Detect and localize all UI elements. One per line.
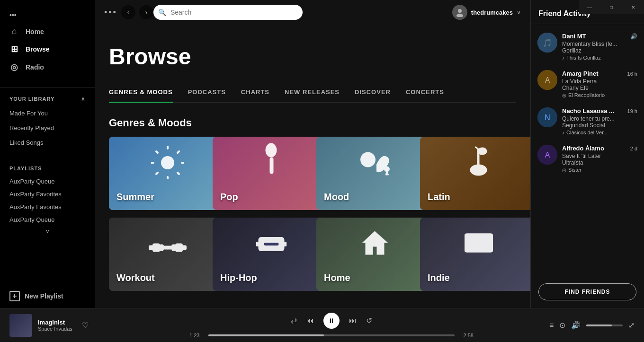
play-pause-icon: ⏸ bbox=[328, 317, 335, 324]
library-collapse-icon[interactable]: ∧ bbox=[81, 96, 85, 102]
svg-line-7 bbox=[156, 151, 158, 153]
svg-line-8 bbox=[178, 173, 179, 174]
svg-text:A: A bbox=[545, 76, 550, 84]
svg-rect-24 bbox=[152, 244, 160, 252]
menu-dots[interactable]: ••• bbox=[0, 8, 95, 23]
svg-point-17 bbox=[470, 164, 487, 175]
svg-rect-27 bbox=[182, 246, 187, 250]
friend-name-amarg-pinet: Amarg Pinet bbox=[562, 70, 599, 77]
genre-card-latin[interactable]: Latin bbox=[420, 137, 530, 210]
friend-item-amarg-pinet: A Amarg Pinet 16 h La Vida Perra Charly … bbox=[531, 65, 644, 103]
user-avatar bbox=[452, 5, 467, 20]
svg-point-2 bbox=[161, 156, 174, 169]
svg-point-0 bbox=[458, 9, 462, 13]
friend-item-nacho-lasaosa: N Nacho Lasaosa ... 19 h Quiero tener tu… bbox=[531, 103, 644, 140]
next-button[interactable]: ⏭ bbox=[349, 316, 357, 325]
svg-point-13 bbox=[360, 152, 376, 167]
genre-card-home[interactable]: Home bbox=[316, 218, 434, 291]
search-input[interactable] bbox=[153, 5, 303, 20]
new-playlist-icon: + bbox=[9, 291, 20, 301]
browse-tabs: GENRES & MOODS PODCASTS CHARTS NEW RELEA… bbox=[109, 84, 516, 103]
friend-playlist-dani-mt: This Is Gorillaz bbox=[566, 55, 601, 61]
friend-time-amarg-pinet: 16 h bbox=[627, 71, 637, 77]
back-button[interactable]: ‹ bbox=[121, 5, 135, 19]
queue-button[interactable]: ≡ bbox=[549, 321, 554, 330]
nav-arrows: ‹ › bbox=[121, 5, 153, 19]
shuffle-button[interactable]: ⇄ bbox=[291, 316, 297, 325]
friend-item-alfredo-alamo: A Alfredo Álamo 2 d Save It 'til Later U… bbox=[531, 140, 644, 177]
current-time: 1:23 bbox=[189, 333, 204, 338]
friend-playlist-nacho-lasaosa: Clásicos del Ver... bbox=[566, 130, 608, 135]
playlist-item-1[interactable]: AuxParty Favorites bbox=[9, 188, 85, 201]
friend-song-nacho-lasaosa: Quiero tener tu pre... bbox=[562, 115, 637, 122]
friend-activity-panel: Friend Activity 🎵 Dani MT 🔊 Momentary Bl… bbox=[530, 0, 644, 308]
library-item-made-for-you[interactable]: Made For You bbox=[0, 106, 95, 121]
sidebar-item-home[interactable]: ⌂ Home bbox=[0, 23, 95, 40]
svg-point-19 bbox=[478, 147, 487, 155]
sidebar-item-radio-label: Radio bbox=[26, 63, 44, 71]
maximize-button[interactable]: □ bbox=[600, 0, 622, 14]
friend-artist-amarg-pinet: Charly Efe bbox=[562, 85, 637, 91]
play-pause-button[interactable]: ⏸ bbox=[323, 313, 340, 329]
friend-avatar-alfredo-alamo: A bbox=[537, 145, 557, 165]
dots-icon: ••• bbox=[9, 11, 17, 19]
genre-card-mood[interactable]: Mood bbox=[316, 137, 434, 210]
volume-bar[interactable] bbox=[586, 324, 623, 326]
friend-song-alfredo-alamo: Save It 'til Later bbox=[562, 153, 637, 159]
tab-discover[interactable]: DISCOVER bbox=[355, 84, 391, 102]
volume-fill bbox=[586, 324, 612, 326]
svg-rect-40 bbox=[484, 237, 490, 248]
radio-icon: ◎ bbox=[9, 62, 19, 72]
menu-dots-icon[interactable]: ••• bbox=[104, 8, 117, 18]
player-album-art bbox=[9, 314, 32, 337]
sidebar-item-radio[interactable]: ◎ Radio bbox=[0, 58, 95, 76]
player-track-details: Imaginist Space Invadas bbox=[38, 319, 72, 332]
new-playlist-label: New Playlist bbox=[25, 292, 63, 300]
repeat-button[interactable]: ↺ bbox=[366, 316, 372, 325]
tab-podcasts[interactable]: PODCASTS bbox=[188, 84, 226, 102]
tab-concerts[interactable]: CONCERTS bbox=[406, 84, 444, 102]
sidebar-item-home-label: Home bbox=[26, 28, 44, 35]
sidebar-item-browse[interactable]: ⊞ Browse bbox=[0, 40, 95, 58]
library-item-liked-songs[interactable]: Liked Songs bbox=[0, 135, 95, 150]
find-friends-button[interactable]: FIND FRIENDS bbox=[538, 283, 636, 300]
genre-card-hiphop[interactable]: Hip-Hop bbox=[213, 218, 330, 291]
library-item-recently-played[interactable]: Recently Played bbox=[0, 121, 95, 135]
genre-card-workout[interactable]: Workout bbox=[109, 218, 226, 291]
user-area[interactable]: thedrumcakes ∨ bbox=[452, 5, 521, 20]
svg-rect-38 bbox=[468, 237, 474, 248]
svg-line-9 bbox=[178, 151, 179, 153]
genre-card-indie[interactable]: Indie bbox=[420, 218, 530, 291]
player-artist: Space Invadas bbox=[38, 326, 72, 332]
username-label: thedrumcakes bbox=[471, 9, 513, 16]
browse-area: Browse GENRES & MOODS PODCASTS CHARTS NE… bbox=[95, 25, 530, 308]
fullscreen-button[interactable]: ⤢ bbox=[628, 321, 635, 330]
tab-new-releases[interactable]: NEW RELEASES bbox=[285, 84, 340, 102]
search-bar: 🔍 bbox=[153, 5, 303, 20]
device-button[interactable]: ⊙ bbox=[559, 321, 565, 330]
like-button[interactable]: ♡ bbox=[82, 321, 89, 330]
close-button[interactable]: ✕ bbox=[622, 0, 644, 14]
tab-genres-moods[interactable]: GENRES & MOODS bbox=[109, 84, 173, 102]
new-playlist-button[interactable]: + New Playlist bbox=[0, 284, 95, 308]
friend-item-dani-mt: 🎵 Dani MT 🔊 Momentary Bliss (fe... Goril… bbox=[531, 28, 644, 65]
friend-artist-nacho-lasaosa: Seguridad Social bbox=[562, 122, 637, 129]
genre-card-pop[interactable]: Pop bbox=[213, 137, 330, 210]
previous-button[interactable]: ⏮ bbox=[306, 316, 314, 325]
playlist-scroll-down[interactable]: ∨ bbox=[9, 226, 85, 237]
friend-avatar-amarg-pinet: A bbox=[537, 70, 557, 90]
playlist-item-3[interactable]: AuxParty Queue bbox=[9, 213, 85, 226]
mood-icon bbox=[358, 148, 392, 181]
forward-button[interactable]: › bbox=[139, 5, 153, 19]
genre-card-summer[interactable]: Summer bbox=[109, 137, 226, 210]
svg-text:N: N bbox=[545, 114, 550, 122]
search-icon: 🔍 bbox=[158, 9, 166, 16]
progress-bar[interactable] bbox=[208, 334, 455, 336]
tab-charts[interactable]: CHARTS bbox=[241, 84, 269, 102]
minimize-button[interactable]: — bbox=[579, 0, 600, 14]
topbar: ••• ‹ › 🔍 bbox=[95, 0, 530, 25]
playlist-icon-dani-mt: ♪ bbox=[562, 55, 564, 61]
user-dropdown-icon[interactable]: ∨ bbox=[517, 9, 521, 16]
playlist-item-2[interactable]: AuxParty Favorites bbox=[9, 201, 85, 213]
playlist-item-0[interactable]: AuxParty Queue bbox=[9, 175, 85, 188]
